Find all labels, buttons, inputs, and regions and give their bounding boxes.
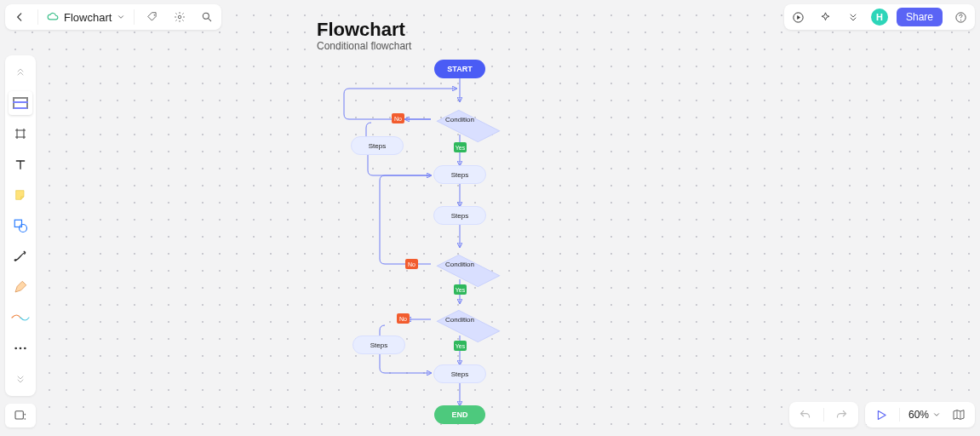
tag-button[interactable] — [143, 8, 162, 26]
search-button[interactable] — [198, 8, 216, 26]
svg-point-2 — [203, 13, 209, 19]
node-label: START — [447, 65, 472, 73]
svg-rect-7 — [14, 220, 21, 227]
node-label: Steps — [451, 171, 468, 179]
text-tool[interactable] — [9, 152, 32, 176]
node-label: Condition — [429, 245, 490, 283]
top-left-toolbar: Flowchart — [5, 4, 221, 30]
node-steps-left-1[interactable]: Steps — [351, 136, 404, 155]
node-steps-mid-2[interactable]: Steps — [433, 206, 486, 225]
redo-button[interactable] — [833, 405, 851, 424]
svg-point-14 — [25, 418, 26, 420]
frame-icon — [14, 127, 27, 141]
svg-point-12 — [24, 347, 26, 350]
node-condition-1[interactable]: Condition — [429, 100, 490, 138]
assets-icon — [14, 409, 27, 422]
template-tool[interactable] — [9, 91, 32, 115]
assets-button[interactable] — [5, 404, 36, 427]
shape-icon — [13, 218, 28, 233]
svg-point-10 — [14, 347, 17, 350]
help-button[interactable] — [951, 8, 970, 26]
canvas-dot-grid[interactable] — [0, 0, 980, 436]
svg-rect-13 — [15, 411, 23, 419]
svg-point-9 — [14, 259, 17, 261]
node-label: Condition — [429, 301, 490, 338]
node-end[interactable]: END — [434, 405, 485, 424]
node-condition-2[interactable]: Condition — [429, 245, 490, 283]
sparkle-button[interactable] — [817, 8, 835, 26]
edge-label-yes-1[interactable]: Yes — [454, 142, 467, 152]
share-label: Share — [906, 11, 933, 23]
chevrons-down-icon — [15, 374, 26, 384]
divider — [134, 9, 135, 25]
node-label: Steps — [451, 212, 468, 220]
node-label: Condition — [429, 100, 490, 138]
redo-icon — [835, 409, 848, 422]
svg-point-11 — [20, 347, 22, 350]
tool-palette — [5, 55, 36, 396]
chevrons-up-icon — [15, 67, 26, 77]
map-button[interactable] — [949, 405, 968, 424]
present-icon — [874, 409, 887, 422]
undo-button[interactable] — [796, 405, 815, 424]
settings-button[interactable] — [170, 8, 189, 26]
node-label: END — [451, 410, 467, 419]
chevron-down-icon — [117, 13, 125, 21]
play-circle-icon — [792, 11, 805, 24]
node-label: Steps — [370, 341, 387, 349]
sticky-tool[interactable] — [9, 183, 32, 207]
avatar-initial: H — [876, 12, 883, 22]
map-icon — [952, 408, 966, 422]
shape-tool[interactable] — [9, 214, 32, 238]
node-start[interactable]: START — [434, 60, 485, 78]
document-title-dropdown[interactable]: Flowchart — [47, 11, 125, 24]
top-right-toolbar: H Share — [784, 4, 975, 30]
edge-label-yes-3[interactable]: Yes — [454, 341, 467, 351]
connector-tool[interactable] — [9, 244, 32, 268]
node-steps-left-2[interactable]: Steps — [352, 336, 405, 354]
svg-point-15 — [25, 414, 26, 416]
share-button[interactable]: Share — [897, 8, 943, 26]
document-title: Flowchart — [64, 11, 112, 24]
search-icon — [201, 11, 213, 23]
chevron-down-icon — [932, 410, 941, 419]
edge-label-yes-2[interactable]: Yes — [454, 284, 467, 295]
sticky-note-icon — [14, 188, 27, 202]
highlighter-icon — [11, 312, 30, 324]
edge-label-no-3[interactable]: No — [397, 313, 410, 324]
node-steps-mid-1[interactable]: Steps — [433, 165, 486, 184]
zoom-value: 60% — [908, 409, 929, 421]
node-label: Steps — [451, 370, 468, 378]
back-button[interactable] — [10, 8, 29, 26]
undo-icon — [799, 409, 811, 422]
expand-tools[interactable] — [9, 367, 32, 391]
node-condition-3[interactable]: Condition — [429, 301, 490, 338]
help-icon — [954, 11, 967, 24]
edge-label-no-1[interactable]: No — [392, 113, 404, 123]
svg-point-0 — [154, 14, 156, 16]
canvas-title[interactable]: Flowchart — [317, 19, 405, 41]
svg-line-3 — [209, 19, 211, 21]
highlighter-tool[interactable] — [9, 306, 32, 330]
present-button[interactable] — [872, 405, 891, 424]
zoom-dropdown[interactable]: 60% — [908, 409, 941, 421]
edge-label-no-2[interactable]: No — [405, 259, 418, 269]
template-icon — [13, 97, 28, 109]
history-group — [789, 402, 858, 427]
collapse-tools[interactable] — [9, 60, 32, 84]
node-steps-mid-3[interactable]: Steps — [433, 364, 486, 383]
divider — [899, 408, 900, 422]
canvas-subtitle[interactable]: Conditional flowchart — [317, 40, 411, 52]
run-button[interactable] — [789, 8, 808, 26]
divider — [823, 408, 824, 422]
more-tools[interactable] — [9, 336, 32, 360]
svg-point-6 — [960, 20, 960, 20]
avatar[interactable]: H — [871, 9, 888, 26]
back-icon — [14, 11, 26, 23]
chevrons-button[interactable] — [844, 8, 863, 26]
bottom-right-controls: 60% — [789, 402, 975, 427]
pen-tool[interactable] — [9, 275, 32, 299]
frame-tool[interactable] — [9, 122, 32, 146]
more-icon — [14, 346, 27, 351]
gear-icon — [174, 11, 186, 23]
